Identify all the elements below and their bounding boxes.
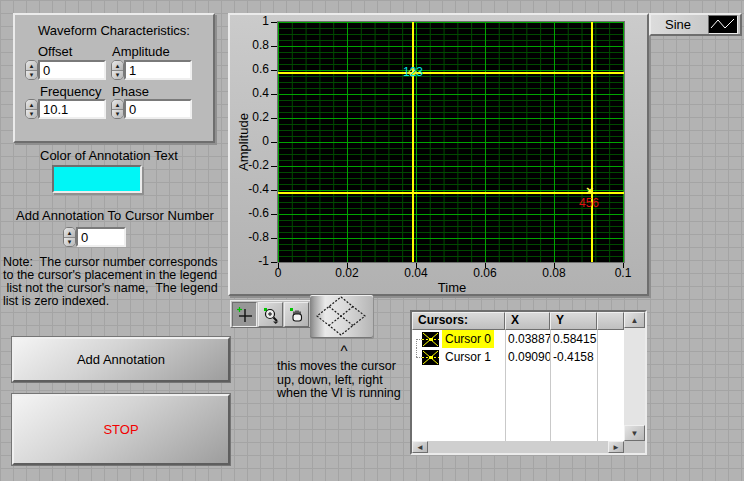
cursor0-y-value[interactable]: 0.58415 <box>551 330 597 348</box>
spin-down-icon[interactable]: ▾ <box>26 110 37 119</box>
pan-tool-button[interactable] <box>284 302 309 327</box>
phase-field[interactable]: 0 <box>124 99 192 119</box>
spin-up-icon[interactable]: ▴ <box>112 61 123 71</box>
amplitude-field[interactable]: 1 <box>124 60 192 80</box>
cursor0-annotation[interactable]: 123 <box>394 66 432 78</box>
plot-legend-name: Sine <box>665 17 708 32</box>
mover-note-line: this moves the cursor <box>277 360 403 374</box>
scroll-down-icon: ▼ <box>631 429 639 438</box>
cursor1-name[interactable]: Cursor 1 <box>442 348 494 366</box>
spin-down-icon[interactable]: ▾ <box>64 238 75 247</box>
cursor-mover-pad[interactable] <box>310 295 373 338</box>
spin-down-icon[interactable]: ▾ <box>26 71 37 80</box>
phase-label: Phase <box>112 84 149 99</box>
frequency-label: Frequency <box>40 84 101 99</box>
offset-field[interactable]: 0 <box>38 60 106 80</box>
x-column-header: X <box>505 312 550 330</box>
cursor0-name[interactable]: Cursor 0 <box>442 330 494 348</box>
x-tick-label: 0.06 <box>465 266 505 280</box>
horizontal-scrollbar[interactable]: ◄ ► <box>412 441 624 453</box>
spin-up-icon[interactable]: ▴ <box>26 100 37 110</box>
scroll-up-button[interactable]: ▲ <box>624 312 645 328</box>
offset-spinner[interactable]: ▴ ▾ <box>25 60 38 80</box>
add-annotation-button-label: Add Annotation <box>77 352 165 367</box>
waveform-characteristics-panel: Waveform Characteristics: Offset Amplitu… <box>13 13 215 143</box>
header-stub <box>597 312 624 330</box>
y-column-header: Y <box>550 312 597 330</box>
cursor1-style-icon[interactable] <box>422 350 439 365</box>
cursor-mover-diamond-icon <box>310 295 373 338</box>
cursor-number-label: Add Annotation To Cursor Number <box>16 208 214 223</box>
spin-up-icon[interactable]: ▴ <box>26 61 37 71</box>
note-text: Note: The cursor number corresponds to t… <box>3 256 215 308</box>
x-tick-label: 0.1 <box>603 266 643 280</box>
scroll-up-icon: ▲ <box>631 316 639 325</box>
crosshair-icon <box>236 306 254 324</box>
cursor-number-field[interactable]: 0 <box>76 227 126 247</box>
scroll-right-button[interactable]: ► <box>608 441 624 453</box>
cursor1-annotation[interactable]: 456 <box>572 197 606 209</box>
cursor1-vertical-line[interactable] <box>591 22 593 262</box>
spin-down-icon[interactable]: ▾ <box>112 110 123 119</box>
cursor1-horizontal-line[interactable] <box>278 192 624 194</box>
y-tick-label: -0.4 <box>237 182 269 196</box>
cursor0-vertical-line[interactable] <box>412 22 414 262</box>
plot-line-style-sample[interactable] <box>708 15 738 34</box>
spin-up-icon[interactable]: ▴ <box>64 228 75 238</box>
y-tick-label: -0.6 <box>237 206 269 220</box>
cursor-row-1[interactable]: Cursor 1 0.09090 -0.4158 <box>412 348 624 366</box>
vertical-scrollbar[interactable]: ▲ ▼ <box>624 312 645 441</box>
x-tick-label: 0.08 <box>534 266 574 280</box>
scroll-left-icon: ◄ <box>416 443 424 452</box>
cursor-number-spinner[interactable]: ▴ ▾ <box>63 227 76 247</box>
cursor0-horizontal-line[interactable] <box>278 72 624 74</box>
y-tick-label: 0.8 <box>237 38 269 52</box>
frequency-spinner[interactable]: ▴ ▾ <box>25 99 38 119</box>
phase-spinner[interactable]: ▴ ▾ <box>111 99 124 119</box>
zoom-tool-button[interactable] <box>258 302 283 327</box>
amplitude-spinner[interactable]: ▴ ▾ <box>111 60 124 80</box>
annotation-color-label: Color of Annotation Text <box>40 148 178 163</box>
x-axis-title: Time <box>400 280 504 295</box>
scroll-left-button[interactable]: ◄ <box>412 441 428 453</box>
note-line: list is zero indexed. <box>3 295 215 308</box>
stop-button[interactable]: STOP <box>12 394 230 465</box>
cursor1-x-value[interactable]: 0.09090 <box>506 348 550 366</box>
x-tick-label: 0.02 <box>327 266 367 280</box>
cursor0-style-icon[interactable] <box>422 332 439 347</box>
cursor1-y-value[interactable]: -0.4158 <box>551 348 597 366</box>
y-axis-ticks <box>271 22 277 263</box>
caret-pointer: ^ <box>336 342 352 359</box>
tree-line <box>416 339 417 348</box>
spin-up-icon[interactable]: ▴ <box>112 100 123 110</box>
waveform-panel-title: Waveform Characteristics: <box>15 23 213 38</box>
cursor0-x-value[interactable]: 0.03887 <box>506 330 550 348</box>
y-tick-label: 0.4 <box>237 86 269 100</box>
frequency-field[interactable]: 10.1 <box>38 99 106 119</box>
add-annotation-button[interactable]: Add Annotation <box>12 337 230 382</box>
cursor-table-body: Cursor 0 0.03887 0.58415 Cursor 1 0.0909… <box>412 330 624 441</box>
y-tick-label: -0.8 <box>237 230 269 244</box>
labview-front-panel: Waveform Characteristics: Offset Amplitu… <box>0 0 744 481</box>
amplitude-label: Amplitude <box>112 44 170 59</box>
stop-button-label: STOP <box>103 422 138 437</box>
cursors-column-header: Cursors: <box>412 312 505 330</box>
x-tick-label: 0.04 <box>396 266 436 280</box>
y-tick-label: 1 <box>237 14 269 28</box>
mover-note-text: this moves the cursor up, down, left, ri… <box>277 360 403 401</box>
scroll-down-button[interactable]: ▼ <box>624 425 645 441</box>
cursor-row-0[interactable]: Cursor 0 0.03887 0.58415 <box>412 330 624 348</box>
hand-icon <box>288 306 306 324</box>
cursor-move-tool-button[interactable] <box>232 302 257 327</box>
offset-label: Offset <box>38 44 72 59</box>
scroll-right-icon: ► <box>612 443 620 452</box>
scrollbar-corner <box>624 441 645 453</box>
plot-legend[interactable]: Sine <box>649 13 742 36</box>
graph-palette <box>230 300 311 328</box>
mover-note-line: up, down, left, right <box>277 374 403 388</box>
graph-plot-area: 123 × 456 <box>277 21 625 263</box>
annotation-color-swatch[interactable] <box>52 165 142 193</box>
spin-down-icon[interactable]: ▾ <box>112 71 123 80</box>
mover-note-line: when the VI is running <box>277 387 403 401</box>
y-tick-label: 0.6 <box>237 62 269 76</box>
